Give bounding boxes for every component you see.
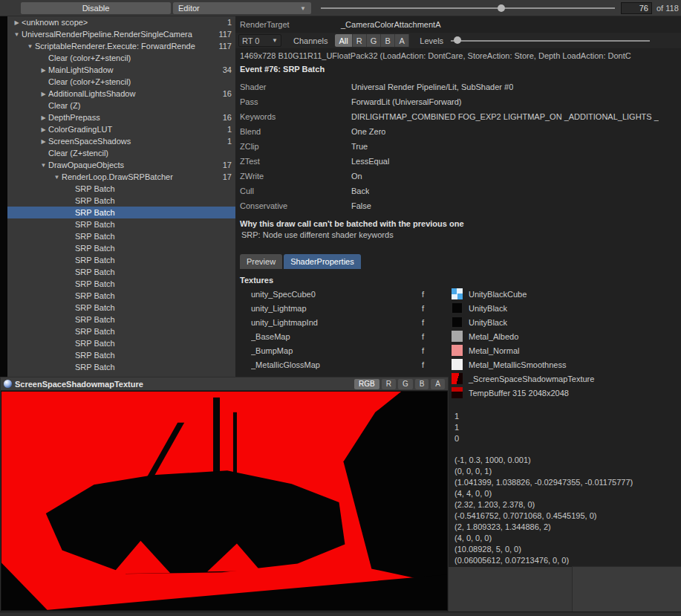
levels-slider-handle[interactable] <box>454 36 461 44</box>
tree-item[interactable]: ▶ ColorGradingLUT 1 <box>7 123 235 135</box>
texture-property-name: _BumpMap <box>251 346 422 355</box>
rt-index-dropdown[interactable]: RT 0 ▼ <box>238 34 281 47</box>
preview-channel-button[interactable]: A <box>431 379 445 389</box>
chevron-down-icon: ▼ <box>272 37 278 44</box>
shader-state-label: ZWrite <box>240 172 351 181</box>
detail-tab[interactable]: ShaderProperties <box>284 254 361 269</box>
tree-item[interactable]: Clear (Z+stencil) <box>7 147 235 159</box>
event-tree: ▶ <unknown scope> 1 ▼ UniversalRenderPip… <box>7 16 235 377</box>
frame-slider-handle[interactable] <box>498 4 505 12</box>
shader-state-row: ZTest LessEqual <box>235 154 681 169</box>
preview-window-titlebar[interactable]: ScreenSpaceShadowmapTexture RGBRGBA <box>1 377 448 391</box>
tree-item[interactable]: ▼ UniversalRenderPipeline.RenderSingleCa… <box>7 28 235 40</box>
tree-item[interactable]: SRP Batch <box>7 266 235 278</box>
tree-item[interactable]: SRP Batch <box>7 361 235 373</box>
channel-button[interactable]: All <box>335 34 352 47</box>
render-target-label: RenderTarget <box>240 20 341 29</box>
tree-item[interactable]: SRP Batch <box>7 207 235 218</box>
shader-state-label: Blend <box>240 127 351 136</box>
texture-name: UnityBlack <box>469 304 507 313</box>
disable-button[interactable]: Disable <box>21 2 171 14</box>
texture-row[interactable]: unity_LightmapInd f UnityBlack <box>235 315 681 329</box>
expander-icon[interactable]: ▼ <box>39 162 48 169</box>
tree-item-label: SRP Batch <box>75 244 216 253</box>
tree-item[interactable]: SRP Batch <box>7 290 235 302</box>
tree-item[interactable]: SRP Batch <box>7 183 235 195</box>
tree-item[interactable]: Clear (color+Z+stencil) <box>7 52 235 64</box>
channel-button[interactable]: B <box>381 34 395 47</box>
texture-name: Metal_Albedo <box>469 332 518 341</box>
channel-button[interactable]: G <box>367 34 382 47</box>
expander-icon[interactable]: ▼ <box>25 43 35 50</box>
preview-channel-button[interactable]: RGB <box>354 379 379 389</box>
tree-item[interactable]: SRP Batch <box>7 278 235 290</box>
expander-icon[interactable]: ▶ <box>39 114 48 121</box>
texture-row[interactable]: unity_Lightmap f UnityBlack <box>235 301 681 315</box>
shader-state-value: DIRLIGHTMAP_COMBINED FOG_EXP2 LIGHTMAP_O… <box>351 112 659 121</box>
tree-item-count: 117 <box>216 30 235 39</box>
preview-channel-button[interactable]: G <box>398 379 413 389</box>
texture-thumbnail <box>452 302 463 314</box>
expander-icon[interactable]: ▶ <box>39 67 48 74</box>
tree-item-label: Clear (color+Z+stencil) <box>48 54 216 62</box>
frame-slider[interactable] <box>321 7 615 9</box>
tree-item[interactable]: SRP Batch <box>7 337 235 349</box>
tree-item[interactable]: SRP Batch <box>7 195 235 207</box>
texture-property-name: unity_Lightmap <box>251 304 422 313</box>
tree-item-count: 1 <box>216 125 235 134</box>
tree-item[interactable]: ▼ ScriptableRenderer.Execute: ForwardRen… <box>7 40 235 52</box>
levels-slider[interactable] <box>451 34 650 47</box>
texture-row[interactable]: _MetallicGlossMap f Metal_MetallicSmooth… <box>235 357 681 372</box>
tree-item[interactable]: ▼ RenderLoop.DrawSRPBatcher 17 <box>7 171 235 183</box>
tree-item[interactable]: ▼ DrawOpaqueObjects 17 <box>7 159 235 171</box>
tree-item[interactable]: ▶ MainLightShadow 34 <box>7 64 235 76</box>
expander-icon[interactable]: ▶ <box>39 126 48 133</box>
expander-icon[interactable]: ▶ <box>39 138 48 145</box>
tree-item[interactable]: SRP Batch <box>7 314 235 325</box>
expander-icon[interactable]: ▶ <box>12 19 22 26</box>
tree-item[interactable]: SRP Batch <box>7 349 235 361</box>
texture-name: Metal_MetallicSmoothness <box>469 360 566 369</box>
detail-tab[interactable]: Preview <box>240 254 282 269</box>
tree-item-label: UniversalRenderPipeline.RenderSingleCame… <box>22 30 216 39</box>
tree-item[interactable]: ▶ ScreenSpaceShadows 1 <box>7 135 235 147</box>
tree-item[interactable]: SRP Batch <box>7 325 235 337</box>
tree-item[interactable]: Clear (color+Z+stencil) <box>7 76 235 88</box>
shader-state-label: Cull <box>240 187 351 195</box>
tree-item[interactable]: SRP Batch <box>7 302 235 314</box>
preview-channel-button[interactable]: B <box>415 379 429 389</box>
expander-icon[interactable]: ▼ <box>12 31 22 38</box>
levels-label: Levels <box>420 36 443 45</box>
shader-state-value: Universal Render Pipeline/Lit, SubShader… <box>351 82 513 91</box>
tree-item[interactable]: ▶ <unknown scope> 1 <box>7 16 235 28</box>
tree-item[interactable]: SRP Batch <box>7 218 235 230</box>
scene-view-edge <box>0 16 7 377</box>
preview-channel-button[interactable]: R <box>382 379 396 389</box>
texture-thumbnail <box>452 373 463 384</box>
shader-state-value: True <box>351 142 368 151</box>
texture-property-name: unity_SpecCube0 <box>251 290 422 299</box>
channel-button[interactable]: R <box>353 34 367 47</box>
shader-state-value: False <box>351 201 371 210</box>
expander-icon[interactable]: ▶ <box>39 91 48 97</box>
texture-row[interactable]: unity_SpecCube0 f UnityBlackCube <box>235 287 681 301</box>
shader-state-row: Keywords DIRLIGHTMAP_COMBINED FOG_EXP2 L… <box>235 109 681 124</box>
texture-row[interactable]: _BaseMap f Metal_Albedo <box>235 329 681 343</box>
tree-item[interactable]: SRP Batch <box>7 254 235 266</box>
tree-item[interactable]: SRP Batch <box>7 230 235 242</box>
channel-button[interactable]: A <box>395 34 409 47</box>
tree-item[interactable]: SRP Batch <box>7 242 235 254</box>
shader-vector-value: (-0.5416752, 0.7071068, 0.4545195, 0) <box>454 511 681 522</box>
tree-item[interactable]: ▶ AdditionalLightsShadow 16 <box>7 88 235 100</box>
tree-item[interactable]: Clear (Z) <box>7 100 235 111</box>
tree-item-label: SRP Batch <box>75 339 216 348</box>
shader-state-value: On <box>351 172 362 181</box>
tree-item[interactable]: ▶ DepthPrepass 16 <box>7 111 235 123</box>
expander-icon[interactable]: ▼ <box>52 174 62 181</box>
window-bottom-edge <box>0 612 681 616</box>
target-selector-dropdown[interactable]: Editor ▼ <box>173 2 311 14</box>
frame-number-input[interactable] <box>621 2 652 14</box>
texture-row[interactable]: _BumpMap f Metal_Normal <box>235 343 681 357</box>
preview-channel-label: G <box>403 380 408 388</box>
texture-thumbnail <box>452 288 463 299</box>
